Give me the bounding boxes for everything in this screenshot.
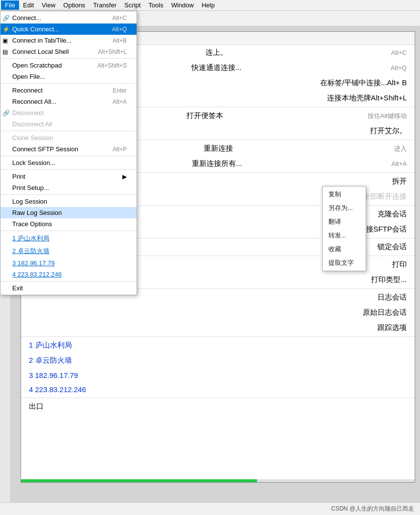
- ctx-translate[interactable]: 翻译: [323, 215, 366, 229]
- cn-recent3[interactable]: 3 182.96.17.79: [21, 368, 415, 382]
- menu-edit[interactable]: Edit: [19, 0, 38, 10]
- cn-menu-exit[interactable]: 出口: [21, 399, 415, 414]
- menu-tools[interactable]: Tools: [144, 0, 167, 10]
- file-menu-disconnect-all[interactable]: Disconnect All: [0, 118, 137, 130]
- file-menu-connect-tab[interactable]: ▣ Connect in Tab/Tile... Alt+B: [0, 35, 137, 46]
- file-menu-raw-log-session[interactable]: Raw Log Session: [0, 207, 137, 218]
- connect-local-icon: ▤: [2, 48, 8, 55]
- file-sep3: [0, 131, 137, 131]
- file-menu-reconnect[interactable]: Reconnect Enter: [0, 85, 137, 96]
- ctx-extract[interactable]: 提取文字: [323, 256, 366, 270]
- menu-options[interactable]: Options: [59, 0, 89, 10]
- menu-view[interactable]: View: [38, 0, 59, 10]
- file-sep1: [0, 58, 137, 59]
- app-window: File Edit View Options Transfer Script T…: [0, 0, 420, 515]
- file-menu-print-setup[interactable]: Print Setup...: [0, 182, 137, 193]
- connect-tab-icon: ▣: [2, 37, 8, 44]
- file-sep4: [0, 156, 137, 156]
- context-menu: 复制 另存为... 翻译 转发... 收藏 提取文字: [322, 186, 366, 271]
- file-menu-connect-sftp[interactable]: Connect SFTP Session Alt+P: [0, 143, 137, 155]
- menubar: File Edit View Options Transfer Script T…: [0, 0, 420, 11]
- menu-window[interactable]: Window: [167, 0, 198, 10]
- quick-connect-icon: ⚡: [2, 26, 10, 33]
- file-sep2: [0, 83, 137, 84]
- cn-recent2[interactable]: 2 卓云防火墙: [21, 353, 415, 368]
- file-menu-scratchpad[interactable]: Open Scratchpad Alt+Shift+S: [0, 60, 137, 71]
- cn-menu-trace[interactable]: 跟踪选项: [21, 320, 415, 335]
- connect-icon: 🔗: [2, 15, 10, 22]
- file-menu-log-session[interactable]: Log Session: [0, 196, 137, 207]
- cn-recent1[interactable]: 1 庐山水利局: [21, 338, 415, 353]
- file-menu-clone[interactable]: Clone Session: [0, 132, 137, 143]
- file-menu-lock[interactable]: Lock Session...: [0, 157, 137, 168]
- file-menu-trace-options[interactable]: Trace Options: [0, 218, 137, 230]
- menu-transfer[interactable]: Transfer: [89, 0, 120, 10]
- statusbar-text: CSDN @人生的方向随自己而走: [331, 505, 414, 513]
- file-sep6: [0, 194, 137, 195]
- file-menu-recent4[interactable]: 4 223.83.212.246: [0, 269, 137, 280]
- file-menu-quick-connect[interactable]: ⚡ Quick Connect... Alt+Q: [0, 23, 137, 35]
- ctx-collect[interactable]: 收藏: [323, 242, 366, 256]
- cn-recent4[interactable]: 4 223.83.212.246: [21, 382, 415, 397]
- file-menu-connect-local[interactable]: ▤ Connect Local Shell Alt+Shift+L: [0, 46, 137, 57]
- file-menu-recent2[interactable]: 2 卓云防火墙: [0, 245, 137, 258]
- menu-help[interactable]: Help: [198, 0, 219, 10]
- ctx-copy[interactable]: 复制: [323, 187, 366, 201]
- file-sep8: [0, 281, 137, 281]
- file-menu-recent3[interactable]: 3 182.96.17.79: [0, 258, 137, 269]
- statusbar: CSDN @人生的方向随自己而走: [0, 502, 420, 515]
- file-sep5: [0, 169, 137, 170]
- file-menu-print[interactable]: Print ▶: [0, 171, 137, 182]
- cn-sep8: [21, 336, 415, 337]
- cn-menu-raw-log[interactable]: 原始日志会话: [21, 305, 415, 320]
- ctx-forward[interactable]: 转发...: [323, 229, 366, 242]
- progress-bar-fill: [21, 479, 257, 482]
- file-menu-open-file[interactable]: Open File...: [0, 71, 137, 82]
- file-dropdown: 🔗 Connect... Alt+C ⚡ Quick Connect... Al…: [0, 11, 137, 295]
- menu-script[interactable]: Script: [120, 0, 144, 10]
- file-menu-connect[interactable]: 🔗 Connect... Alt+C: [0, 12, 137, 23]
- progress-bar-container: [21, 479, 415, 482]
- file-menu-exit[interactable]: Exit: [0, 282, 137, 294]
- cn-sep9: [21, 398, 415, 398]
- file-menu-reconnect-all[interactable]: Reconnect All... Alt+A: [0, 96, 137, 107]
- ctx-save-as[interactable]: 另存为...: [323, 201, 366, 215]
- disconnect-icon: 🔗: [2, 110, 10, 117]
- file-sep7: [0, 231, 137, 231]
- print-submenu-arrow: ▶: [122, 173, 127, 180]
- file-menu-disconnect[interactable]: 🔗 Disconnect: [0, 107, 137, 118]
- menu-file[interactable]: File: [1, 0, 19, 10]
- file-menu-recent1[interactable]: 1 庐山水利局: [0, 232, 137, 245]
